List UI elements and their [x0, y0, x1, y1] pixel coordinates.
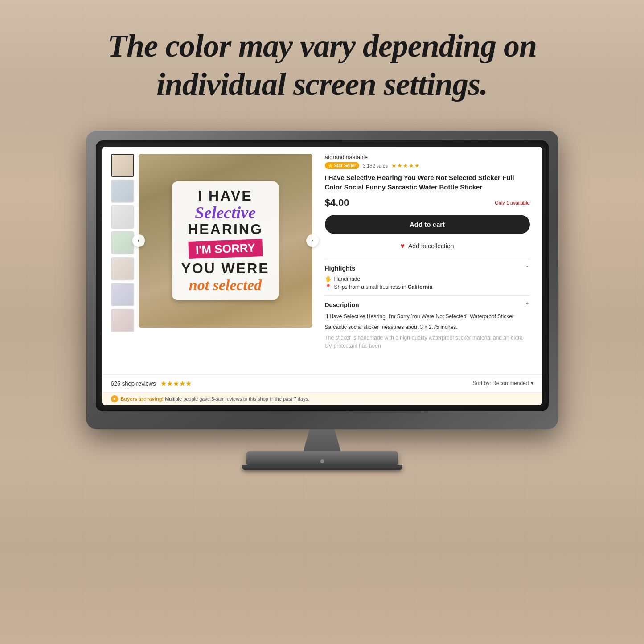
divider-1	[325, 259, 530, 259]
raving-icon: ●	[111, 395, 118, 402]
tv-bezel: ‹ I HAVE Selective HEARiNG	[96, 140, 549, 411]
product-price: $4.00	[325, 197, 349, 209]
tv-stand-base-bottom	[242, 465, 402, 470]
sort-chevron-icon: ▾	[531, 380, 533, 386]
highlights-header: Highlights ⌃	[325, 265, 530, 272]
sticker-line1: I HAVE	[181, 188, 269, 204]
product-info: atgrandmastable Star Seller 3,182 sales …	[321, 154, 533, 367]
headline-area: The color may vary depending on individu…	[72, 0, 572, 122]
highlight-ships-from: 📍 Ships from a small business in Califor…	[325, 284, 530, 290]
headline-line1: The color may vary depending on	[107, 28, 537, 64]
highlight-handmade: 🖐 Handmade	[325, 276, 530, 282]
tv-power-indicator	[320, 459, 324, 463]
highlight-handmade-text: Handmade	[334, 276, 361, 282]
highlights-list: 🖐 Handmade 📍 Ships from a small business…	[325, 276, 530, 290]
location-icon: 📍	[325, 284, 332, 290]
reviews-section: 625 shop reviews ★★★★★	[111, 379, 192, 388]
add-to-collection-label: Add to collection	[408, 242, 454, 250]
description-text1: "I Have Selective Hearing, I'm Sorry You…	[325, 312, 530, 320]
heart-icon: ♥	[400, 242, 405, 250]
tv-stand-neck	[291, 429, 353, 451]
headline-line2: individual screen settings.	[156, 66, 488, 102]
main-image-container: ‹ I HAVE Selective HEARiNG	[139, 154, 312, 328]
sort-by-control[interactable]: Sort by: Recommended ▾	[472, 380, 533, 386]
highlight-ships-text: Ships from a small business in Californi…	[334, 284, 433, 290]
sticker-line3: HEARiNG	[181, 221, 269, 238]
price-row: $4.00 Only 1 available	[325, 197, 530, 209]
main-product-image: I HAVE Selective HEARiNG I'M SORRY YOU W…	[139, 154, 312, 328]
sticker-line4: I'M SORRY	[188, 239, 263, 259]
thumbnail-1[interactable]	[111, 154, 134, 177]
highlights-chevron-icon[interactable]: ⌃	[525, 265, 530, 272]
thumbnail-5[interactable]	[111, 257, 134, 280]
thumbnail-2[interactable]	[111, 180, 134, 203]
add-to-cart-button[interactable]: Add to cart	[325, 215, 530, 234]
description-text2: Sarcastic social sticker measures about …	[325, 323, 530, 331]
product-title: I Have Selective Hearing You Were Not Se…	[325, 173, 530, 192]
sales-count: 3,182 sales	[363, 163, 388, 168]
handmade-icon: 🖐	[325, 276, 332, 282]
add-to-collection-button[interactable]: ♥ Add to collection	[325, 238, 530, 254]
raving-bold: Buyers are raving!	[121, 396, 164, 402]
seller-badges: Star Seller 3,182 sales ★★★★★	[325, 162, 530, 169]
thumbnail-list	[111, 154, 134, 367]
availability-badge: Only 1 available	[495, 200, 529, 205]
image-section: ‹ I HAVE Selective HEARiNG	[111, 154, 312, 367]
tv-outer: ‹ I HAVE Selective HEARiNG	[86, 131, 558, 429]
raving-text: Buyers are raving! Multiple people gave …	[121, 396, 310, 402]
reviews-bar: 625 shop reviews ★★★★★ Sort by: Recommen…	[102, 374, 542, 392]
thumbnail-6[interactable]	[111, 283, 134, 306]
reviews-stars: ★★★★★	[160, 379, 192, 388]
image-prev-button[interactable]: ‹	[132, 234, 145, 247]
listing-area: ‹ I HAVE Selective HEARiNG	[102, 147, 542, 374]
highlights-title: Highlights	[325, 265, 355, 272]
thumbnail-7[interactable]	[111, 309, 134, 332]
sticker-line2: Selective	[181, 204, 269, 221]
description-chevron-icon[interactable]: ⌃	[525, 301, 530, 309]
star-seller-badge: Star Seller	[325, 162, 359, 169]
raving-bar: ● Buyers are raving! Multiple people gav…	[102, 392, 542, 405]
thumbnail-3[interactable]	[111, 205, 134, 229]
divider-2	[325, 295, 530, 296]
tv-screen: ‹ I HAVE Selective HEARiNG	[102, 147, 542, 405]
thumbnail-4[interactable]	[111, 231, 134, 254]
tv-container: ‹ I HAVE Selective HEARiNG	[86, 131, 558, 470]
seller-rating: ★★★★★	[391, 162, 420, 169]
seller-name: atgrandmastable	[325, 154, 530, 160]
headline-text: The color may vary depending on individu…	[107, 27, 537, 104]
description-text3: The sticker is handmade with a high-qual…	[325, 334, 530, 350]
description-title: Description	[325, 301, 359, 308]
description-header: Description ⌃	[325, 301, 530, 309]
star-seller-label: Star Seller	[334, 163, 356, 168]
sticker-line5: YOU WERE	[181, 260, 269, 277]
raving-detail: Multiple people gave 5-star reviews to t…	[165, 396, 309, 402]
sticker-line6: not selected	[181, 277, 269, 294]
reviews-count: 625 shop reviews	[111, 380, 156, 387]
image-next-button[interactable]: ›	[306, 234, 319, 247]
background: The color may vary depending on individu…	[0, 0, 644, 644]
sort-by-label: Sort by: Recommended	[472, 380, 529, 386]
